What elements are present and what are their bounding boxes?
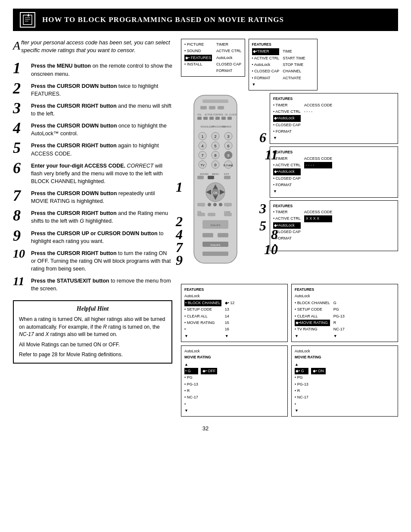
f-autolock: • AutoLock: [252, 62, 280, 68]
t-activate: ACTIVATE: [283, 75, 305, 81]
svg-text:ACTIVE CONTROL: ACTIVE CONTROL: [205, 113, 224, 116]
mro-title: MOVIE RATING: [184, 354, 284, 360]
mr-down: ▼: [295, 333, 330, 339]
svg-rect-19: [221, 117, 226, 120]
bc-13: 13: [225, 306, 235, 313]
features-timer-title: FEATURES: [252, 41, 314, 47]
step-4: 4 Press the CURSOR DOWN button once to h…: [13, 122, 172, 137]
features-xxxx-box: FEATURES • TIMER • ACTIVE CTRL ◆•AutoLoc…: [270, 200, 398, 251]
step-number-1: 1: [13, 60, 27, 76]
fab-closed: • CLOSED CAP: [273, 122, 301, 128]
fxxxx-active: • ACTIVE CTRL: [273, 215, 301, 222]
mr-g: G: [333, 300, 345, 306]
svg-text:4: 4: [201, 144, 203, 148]
mron-pg13: • PG-13: [295, 381, 308, 388]
intro-paragraph: After your personal access code has been…: [13, 39, 172, 54]
step-10: 10 Press the CURSOR RIGHT button to turn…: [13, 249, 172, 273]
svg-text:OK: OK: [213, 191, 218, 194]
step-1: 1 Press the MENU button on the remote co…: [13, 62, 172, 78]
bc-15: 15: [225, 320, 235, 326]
right-column: • PICTURE • SOUND ◆• FEATURES • INSTALL …: [181, 39, 398, 417]
svg-text:TV: TV: [201, 164, 205, 167]
diagram-step-6: 6: [259, 130, 266, 146]
svg-text:7: 7: [201, 153, 203, 158]
step-8: 8 Press the CURSOR RIGHT button and the …: [13, 209, 172, 225]
bc-setup: • SETUP CODE: [184, 306, 221, 313]
movie-rating-on-box: AutoLock MOVIE RATING ▲ ◆• G • PG • PG-1…: [291, 345, 398, 417]
left-column: After your personal access code has been…: [13, 39, 172, 417]
bottom-boxes-row1: FEATURES AutoLock • BLOCK CHANNEL • SETU…: [181, 284, 398, 342]
mro-bullet: •: [184, 401, 198, 408]
mr-pg: PG: [333, 306, 345, 313]
step-number-9: 9: [13, 228, 27, 243]
bc-16: 16: [225, 326, 235, 333]
fxxxx-label: ACCESS CODE: [304, 209, 333, 215]
diagram-step-9: 9: [176, 252, 183, 268]
diagram-step-5: 5: [259, 218, 266, 234]
facb-active: • ACTIVE CTRL: [273, 162, 301, 168]
notepad-icon: [20, 12, 35, 28]
mr-setup: • SETUP CODE: [295, 306, 330, 313]
svg-rect-7: [202, 100, 228, 103]
main-content: After your personal access code has been…: [13, 39, 398, 417]
step-text-4: Press the CURSOR DOWN button once to hig…: [31, 122, 172, 137]
menu-item-sound: • SOUND: [184, 48, 212, 54]
facb-format: • FORMAT: [273, 182, 301, 188]
step-6: 6 Enter your four-digit ACCESS CODE. COR…: [13, 162, 172, 185]
svg-text:1: 1: [201, 134, 203, 139]
step-number-8: 8: [13, 208, 27, 223]
bc-down: ▼: [184, 333, 221, 339]
svg-rect-15: [197, 117, 202, 120]
page-header: How to Block Programming Based on Movie …: [13, 9, 398, 31]
bc-movie: • MOVIE RATING: [184, 320, 221, 326]
svg-rect-71: [197, 213, 205, 216]
fxxxx-code-x: X X X X: [304, 215, 333, 222]
mr-down2: ▼: [333, 333, 345, 339]
t-channel: CHANNEL: [283, 68, 305, 75]
mr-pg13: PG-13: [333, 313, 345, 320]
svg-text:PHILIPS: PHILIPS: [210, 244, 220, 246]
svg-rect-73: [224, 213, 232, 216]
mro-g-hl: • G: [184, 368, 198, 374]
svg-rect-67: [208, 203, 211, 206]
t-time: TIME: [283, 48, 305, 55]
step-5: 5 Press the CURSOR RIGHT button again to…: [13, 142, 172, 157]
step-text-1: Press the MENU button on the remote cont…: [31, 62, 172, 78]
step-number-4: 4: [13, 120, 27, 136]
svg-rect-18: [215, 117, 220, 120]
mro-pg: • PG: [184, 374, 198, 381]
f-active-ctrl: • ACTIVE CTRL: [252, 55, 280, 62]
t-start: START TIME: [283, 55, 305, 62]
svg-rect-20: [227, 117, 232, 120]
step-11: 11 Press the STATUS/EXIT button to remov…: [13, 277, 172, 292]
svg-text:R.TUNE: R.TUNE: [224, 164, 233, 167]
bc-14: 14: [225, 313, 235, 320]
fab-access-label: ACCESS CODE: [304, 102, 333, 109]
intro-text: fter your personal access code has been …: [21, 39, 170, 53]
svg-rect-68: [213, 203, 217, 206]
svg-text:MENU: MENU: [212, 173, 219, 175]
f-closed-cap: • CLOSED CAP: [252, 68, 280, 75]
svg-text:9: 9: [227, 153, 229, 158]
mron-down: ▼: [295, 408, 308, 414]
menu-closed-cap: CLOSED CAP: [216, 61, 242, 68]
diagram-step-8: 8: [271, 227, 278, 243]
svg-rect-52: [197, 176, 204, 179]
facb-label: ACCESS CODE: [304, 156, 333, 162]
page-number: 32: [13, 425, 398, 432]
menu-item-picture: • PICTURE: [184, 41, 212, 48]
main-menu-box: • PICTURE • SOUND ◆• FEATURES • INSTALL …: [181, 39, 245, 77]
menu-item-features-hl: ◆• FEATURES: [184, 55, 212, 61]
mr-block: • BLOCK CHANNEL: [295, 300, 330, 306]
remote-svg: VOL ACTIVE CONTROL OC CLOCK BSS SLEE: [181, 93, 250, 278]
mron-nc17: • NC-17: [295, 394, 308, 401]
bc-autolock-label: AutoLock: [184, 293, 284, 299]
svg-rect-10: [218, 106, 224, 109]
mr-clear: • CLEAR ALL: [295, 313, 330, 320]
facb-autolock: ◆•AutoLock: [273, 168, 301, 175]
step-text-8: Press the CURSOR RIGHT button and the Ra…: [31, 209, 172, 225]
svg-text:2: 2: [214, 134, 216, 139]
svg-rect-0: [23, 15, 32, 25]
bottom-boxes-row2: AutoLock MOVIE RATING ▲ • G • PG • PG-13…: [181, 345, 398, 417]
step-number-2: 2: [13, 81, 27, 96]
